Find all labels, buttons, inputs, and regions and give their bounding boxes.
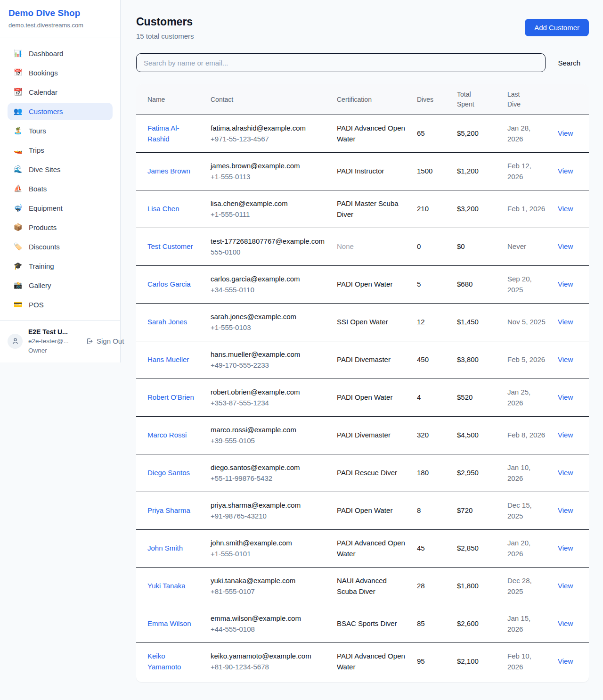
customer-phone: +1-555-0101	[211, 549, 326, 560]
customer-name-link[interactable]: Diego Santos	[147, 468, 190, 478]
view-customer-link[interactable]: View	[558, 167, 573, 175]
sidebar-item-label: Bookings	[29, 69, 58, 77]
add-customer-button[interactable]: Add Customer	[525, 19, 589, 36]
customer-name-link[interactable]: Sarah Jones	[147, 317, 187, 328]
customer-name-link[interactable]: Test Customer	[147, 241, 193, 252]
sign-out-button[interactable]: Sign Out	[86, 337, 124, 345]
customer-name-link[interactable]: Emma Wilson	[147, 618, 191, 629]
customer-certification: PADI Advanced Open Water	[337, 652, 405, 671]
view-customer-link[interactable]: View	[558, 431, 573, 439]
view-customer-link[interactable]: View	[558, 582, 573, 590]
table-row: Yuki Tanakayuki.tanaka@example.com+81-55…	[136, 568, 589, 605]
customer-certification: PADI Open Water	[337, 280, 392, 288]
customer-phone: +55-11-99876-5432	[211, 473, 326, 484]
customer-dives: 180	[411, 454, 451, 492]
sign-out-label: Sign Out	[97, 337, 124, 345]
customer-total-spent: $2,950	[451, 454, 502, 492]
customer-name-link[interactable]: Hans Mueller	[147, 354, 189, 365]
table-row: Robert O'Brienrobert.obrien@example.com+…	[136, 379, 589, 417]
sidebar-item-trips[interactable]: 🚤Trips	[8, 141, 113, 159]
sidebar: Demo Dive Shop demo.test.divestreams.com…	[0, 0, 121, 362]
sidebar-item-boats[interactable]: ⛵Boats	[8, 180, 113, 198]
customer-name-link[interactable]: Carlos Garcia	[147, 279, 191, 290]
view-customer-link[interactable]: View	[558, 355, 573, 363]
sidebar-item-pos[interactable]: 💳POS	[8, 296, 113, 313]
sidebar-item-training[interactable]: 🎓Training	[8, 257, 113, 275]
customer-name-link[interactable]: Priya Sharma	[147, 505, 190, 516]
customer-name-link[interactable]: Lisa Chen	[147, 204, 179, 214]
search-input[interactable]	[136, 53, 546, 72]
sidebar-item-dive-sites[interactable]: 🌊Dive Sites	[8, 161, 113, 178]
logout-icon	[86, 338, 93, 345]
table-row: Lisa Chenlisa.chen@example.com+1-555-011…	[136, 190, 589, 228]
view-customer-link[interactable]: View	[558, 318, 573, 326]
customer-name-link[interactable]: Keiko Yamamoto	[147, 651, 199, 672]
customer-total-spent: $1,800	[451, 568, 502, 605]
sidebar-item-calendar[interactable]: 📆Calendar	[8, 83, 113, 101]
user-email: e2e-tester@...	[28, 337, 85, 346]
user-name: E2E Test U...	[28, 327, 85, 337]
sidebar-item-label: Boats	[29, 185, 47, 193]
customer-phone: +91-98765-43210	[211, 511, 326, 522]
customer-email: priya.sharma@example.com	[211, 500, 326, 511]
view-customer-link[interactable]: View	[558, 657, 573, 665]
sidebar-item-label: Products	[29, 223, 57, 231]
customer-email: lisa.chen@example.com	[211, 198, 326, 209]
table-row: Keiko Yamamotokeiko.yamamoto@example.com…	[136, 643, 589, 681]
sidebar-item-customers[interactable]: 👥Customers	[8, 103, 113, 120]
sidebar-item-label: Dive Sites	[29, 165, 61, 173]
tear-off-calendar-icon: 📆	[13, 89, 23, 96]
page-title-block: Customers 15 total customers	[136, 16, 194, 40]
table-body: Fatima Al-Rashidfatima.alrashid@example.…	[136, 115, 589, 681]
sidebar-item-dashboard[interactable]: 📊Dashboard	[8, 45, 113, 62]
view-customer-link[interactable]: View	[558, 393, 573, 401]
customer-dives: 95	[411, 643, 451, 681]
customer-certification: PADI Open Water	[337, 506, 392, 514]
view-customer-link[interactable]: View	[558, 129, 573, 137]
customer-email: test-1772681807767@example.com	[211, 236, 326, 247]
brand-domain: demo.test.divestreams.com	[8, 22, 112, 29]
customer-email: yuki.tanaka@example.com	[211, 576, 326, 586]
sidebar-item-label: Equipment	[29, 204, 63, 212]
column-header-name: Name	[136, 84, 205, 115]
customer-certification: PADI Advanced Open Water	[337, 124, 405, 143]
customer-last-dive: Feb 8, 2026	[502, 417, 552, 454]
sidebar-item-bookings[interactable]: 📅Bookings	[8, 64, 113, 82]
customer-name-link[interactable]: John Smith	[147, 543, 183, 554]
speedboat-icon: 🚤	[13, 147, 23, 154]
customer-dives: 85	[411, 605, 451, 643]
customer-certification: BSAC Sports Diver	[337, 619, 397, 627]
view-customer-link[interactable]: View	[558, 242, 573, 250]
customer-phone: +39-555-0105	[211, 436, 326, 446]
view-customer-link[interactable]: View	[558, 544, 573, 552]
customer-name-link[interactable]: Fatima Al-Rashid	[147, 123, 199, 144]
view-customer-link[interactable]: View	[558, 469, 573, 477]
customer-last-dive: Jan 20, 2026	[502, 530, 552, 568]
view-customer-link[interactable]: View	[558, 205, 573, 213]
graduation-cap-icon: 🎓	[13, 263, 23, 270]
customer-name-link[interactable]: James Brown	[147, 166, 190, 177]
view-customer-link[interactable]: View	[558, 280, 573, 288]
page-title: Customers	[136, 16, 194, 28]
customer-name-link[interactable]: Yuki Tanaka	[147, 581, 186, 592]
sidebar-item-tours[interactable]: 🏝️Tours	[8, 122, 113, 140]
sidebar-item-discounts[interactable]: 🏷️Discounts	[8, 238, 113, 255]
customer-dives: 1500	[411, 153, 451, 190]
sidebar-item-equipment[interactable]: 🤿Equipment	[8, 199, 113, 217]
table-row: Fatima Al-Rashidfatima.alrashid@example.…	[136, 115, 589, 153]
sidebar-item-gallery[interactable]: 📸Gallery	[8, 277, 113, 294]
customer-email: sarah.jones@example.com	[211, 312, 326, 322]
table-header: NameContactCertificationDivesTotal Spent…	[136, 84, 589, 115]
view-customer-link[interactable]: View	[558, 506, 573, 514]
view-customer-link[interactable]: View	[558, 619, 573, 627]
sidebar-item-products[interactable]: 📦Products	[8, 219, 113, 236]
customer-total-spent: $680	[451, 266, 502, 304]
customer-name-link[interactable]: Marco Rossi	[147, 430, 187, 441]
search-button[interactable]: Search	[558, 59, 580, 67]
sidebar-nav: 📊Dashboard📅Bookings📆Calendar👥Customers🏝️…	[0, 38, 120, 320]
table-row: Hans Muellerhans.mueller@example.com+49-…	[136, 341, 589, 379]
customer-dives: 12	[411, 304, 451, 341]
customer-certification: None	[337, 242, 354, 250]
customer-name-link[interactable]: Robert O'Brien	[147, 392, 194, 403]
customer-dives: 4	[411, 379, 451, 417]
